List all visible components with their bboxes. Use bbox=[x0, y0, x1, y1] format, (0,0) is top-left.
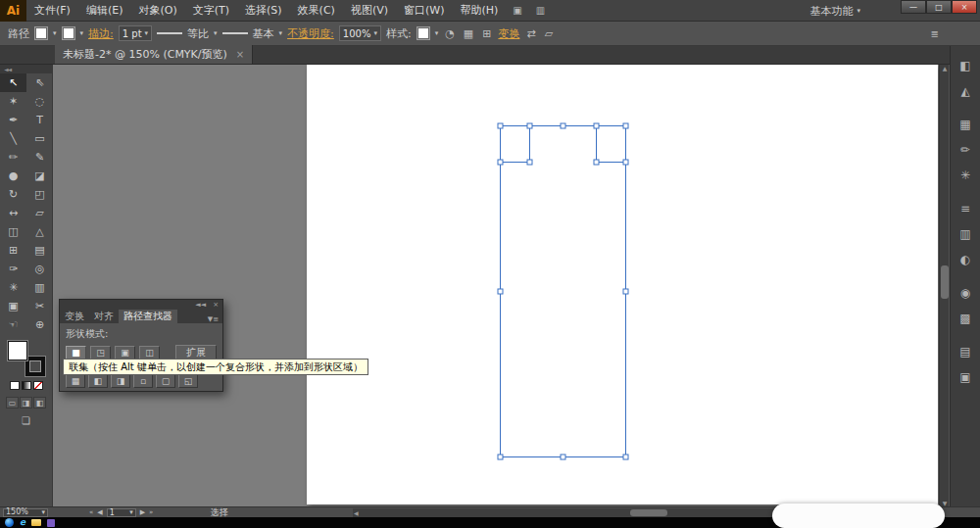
width-tool[interactable]: ↔ bbox=[0, 204, 26, 222]
swap-icon[interactable]: ⇄ bbox=[524, 27, 537, 40]
next-artboard-icon[interactable]: ▶ bbox=[140, 508, 145, 516]
profile-caret-icon[interactable]: ▾ bbox=[214, 29, 218, 37]
tab-transform[interactable]: 变换 bbox=[60, 310, 89, 323]
previous-artboard-icon[interactable]: ◀ bbox=[97, 508, 102, 516]
ie-taskbar-icon[interactable]: e bbox=[20, 518, 25, 527]
first-artboard-icon[interactable]: « bbox=[89, 508, 93, 516]
tools-collapse-icon[interactable]: ◄◄ bbox=[0, 65, 52, 73]
rectangle-tool[interactable]: ▭ bbox=[26, 129, 53, 148]
outline-button[interactable]: ▢ bbox=[156, 374, 175, 388]
merge-button[interactable]: ◨ bbox=[111, 374, 130, 388]
restore-button[interactable]: □ bbox=[926, 0, 952, 14]
color-guide-panel-icon[interactable]: ◭ bbox=[955, 81, 976, 100]
document-tab[interactable]: 未标题-2* @ 150% (CMYK/预览) × bbox=[55, 45, 253, 64]
brushes-panel-icon[interactable]: ✏ bbox=[955, 140, 976, 159]
bridge-icon[interactable]: ▣ bbox=[506, 5, 528, 16]
blob-brush-tool[interactable]: ● bbox=[0, 167, 26, 185]
graphic-styles-panel-icon[interactable]: ▩ bbox=[955, 309, 976, 327]
isolate-icon[interactable]: ▱ bbox=[543, 27, 555, 40]
pencil-tool[interactable]: ✎ bbox=[26, 148, 53, 167]
menu-edit[interactable]: 编辑(E) bbox=[78, 0, 131, 22]
menu-object[interactable]: 对象(O) bbox=[130, 0, 184, 22]
selected-path[interactable] bbox=[307, 65, 938, 504]
symbol-sprayer-tool[interactable]: ✳ bbox=[0, 278, 26, 297]
symbols-panel-icon[interactable]: ✳ bbox=[955, 166, 976, 184]
fill-color-swatch[interactable] bbox=[8, 341, 27, 360]
type-tool[interactable]: T bbox=[26, 111, 53, 129]
swatches-panel-icon[interactable]: ▦ bbox=[955, 115, 976, 133]
minus-back-button[interactable]: ◱ bbox=[178, 374, 198, 388]
shape-builder-tool[interactable]: ◫ bbox=[0, 222, 26, 241]
eyedropper-tool[interactable]: ✑ bbox=[0, 260, 26, 278]
explorer-taskbar-icon[interactable] bbox=[31, 519, 41, 526]
arrange-documents-icon[interactable]: ▥ bbox=[529, 5, 552, 16]
lasso-tool[interactable]: ◌ bbox=[26, 92, 53, 111]
appearance-panel-icon[interactable]: ◉ bbox=[955, 283, 976, 302]
trim-button[interactable]: ◧ bbox=[88, 374, 108, 388]
canvas-area[interactable] bbox=[53, 65, 939, 506]
horizontal-scroll-thumb[interactable] bbox=[630, 509, 667, 516]
rotate-tool[interactable]: ↻ bbox=[0, 185, 26, 204]
close-button[interactable]: × bbox=[952, 0, 977, 14]
brush-label[interactable]: 基本 bbox=[253, 26, 274, 41]
recolor-artwork-icon[interactable]: ◔ bbox=[443, 27, 457, 40]
scroll-left-icon[interactable]: ◀ bbox=[354, 509, 359, 516]
line-segment-tool[interactable]: ╲ bbox=[0, 129, 26, 148]
transparency-panel-icon[interactable]: ◐ bbox=[955, 250, 976, 268]
pen-tool[interactable]: ✒ bbox=[0, 111, 26, 129]
artboard[interactable] bbox=[307, 65, 938, 504]
divide-button[interactable]: ▦ bbox=[66, 374, 85, 388]
magic-wand-tool[interactable]: ✶ bbox=[0, 92, 26, 111]
direct-selection-tool[interactable]: ⇖ bbox=[26, 73, 53, 92]
panel-menu-icon[interactable]: ▼≡ bbox=[208, 315, 222, 323]
workspace-switcher[interactable]: 基本功能 ▾ bbox=[809, 0, 860, 22]
menu-view[interactable]: 视图(V) bbox=[343, 0, 396, 22]
menu-help[interactable]: 帮助(H) bbox=[452, 0, 506, 22]
tab-pathfinder[interactable]: 路径查找器 bbox=[119, 310, 177, 323]
scroll-up-icon[interactable]: ▲ bbox=[940, 65, 950, 72]
vertical-scrollbar[interactable]: ▲ ▼ bbox=[939, 65, 949, 506]
draw-normal-icon[interactable]: ▭ bbox=[6, 397, 19, 408]
style-caret-icon[interactable]: ▾ bbox=[435, 29, 439, 37]
zoom-tool[interactable]: ⊕ bbox=[26, 315, 53, 334]
stroke-link[interactable]: 描边: bbox=[88, 26, 114, 41]
crop-button[interactable]: ▫ bbox=[133, 374, 153, 388]
screen-mode-icon[interactable]: ❏ bbox=[19, 415, 34, 426]
menu-file[interactable]: 文件(F) bbox=[26, 0, 78, 22]
fill-swatch[interactable] bbox=[34, 26, 48, 40]
menu-window[interactable]: 窗口(W) bbox=[396, 0, 452, 22]
draw-behind-icon[interactable]: ◨ bbox=[20, 397, 32, 408]
hand-tool[interactable]: ☜ bbox=[0, 315, 26, 334]
transform-link[interactable]: 变换 bbox=[498, 26, 519, 41]
eraser-tool[interactable]: ◪ bbox=[26, 167, 53, 185]
last-artboard-icon[interactable]: » bbox=[149, 508, 153, 516]
fill-caret-icon[interactable]: ▾ bbox=[53, 29, 57, 37]
blend-tool[interactable]: ◎ bbox=[26, 260, 53, 278]
draw-inside-icon[interactable]: ◧ bbox=[33, 397, 46, 408]
control-panel-menu-icon[interactable]: ≣ bbox=[931, 28, 939, 39]
opacity-link[interactable]: 不透明度: bbox=[287, 26, 334, 41]
style-swatch[interactable] bbox=[416, 26, 430, 40]
panel-close-icon[interactable]: × bbox=[213, 301, 219, 309]
gradient-fill-icon[interactable] bbox=[22, 381, 31, 390]
color-fill-icon[interactable] bbox=[10, 381, 20, 390]
perspective-grid-tool[interactable]: △ bbox=[26, 222, 53, 241]
stroke-weight-field[interactable]: 1 pt ▾ bbox=[119, 25, 152, 41]
color-panel-icon[interactable]: ◧ bbox=[955, 56, 976, 74]
free-transform-tool[interactable]: ▱ bbox=[26, 204, 53, 222]
document-setup-icon[interactable]: ⊞ bbox=[480, 27, 493, 40]
artboards-panel-icon[interactable]: ▣ bbox=[955, 367, 976, 386]
stroke-swatch[interactable] bbox=[62, 26, 75, 40]
mesh-tool[interactable]: ⊞ bbox=[0, 241, 26, 260]
tab-align[interactable]: 对齐 bbox=[89, 310, 119, 323]
vertical-scroll-thumb[interactable] bbox=[941, 265, 949, 299]
zoom-level-select[interactable]: 150% ▾ bbox=[3, 508, 48, 517]
none-fill-icon[interactable] bbox=[33, 381, 43, 390]
profile-label[interactable]: 等比 bbox=[187, 26, 209, 41]
scroll-down-icon[interactable]: ▼ bbox=[940, 500, 950, 506]
menu-type[interactable]: 文字(T) bbox=[185, 0, 237, 22]
slice-tool[interactable]: ✂ bbox=[26, 297, 53, 315]
tab-close-icon[interactable]: × bbox=[236, 49, 244, 60]
start-button[interactable] bbox=[5, 518, 14, 527]
column-graph-tool[interactable]: ▥ bbox=[26, 278, 53, 297]
